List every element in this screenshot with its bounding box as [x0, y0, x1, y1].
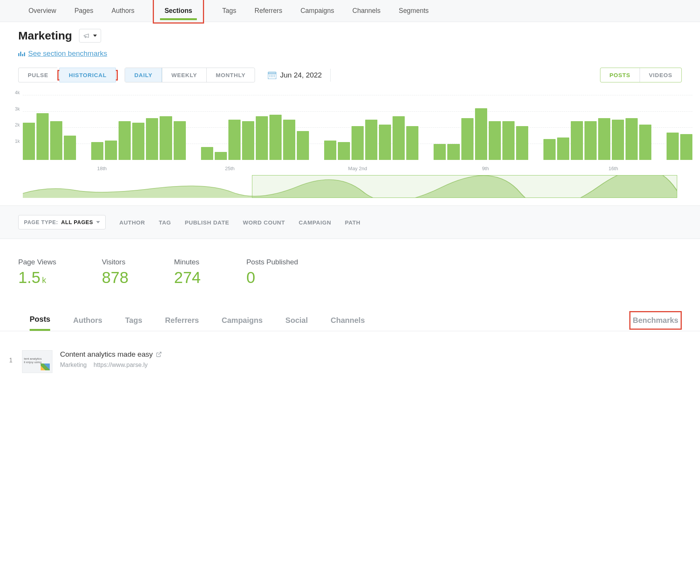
bar[interactable] [352, 126, 364, 160]
external-link-icon[interactable] [156, 351, 162, 357]
svg-rect-4 [268, 72, 276, 79]
filter-author[interactable]: AUTHOR [119, 219, 145, 226]
tab-social[interactable]: Social [285, 311, 308, 330]
bar[interactable] [36, 113, 49, 160]
bar[interactable] [393, 116, 405, 160]
nav-sections[interactable]: Sections [165, 1, 192, 21]
calendar-icon [268, 71, 276, 79]
bar[interactable] [105, 141, 117, 160]
bar[interactable] [639, 125, 651, 160]
nav-tags[interactable]: Tags [222, 1, 236, 21]
filter-campaign[interactable]: CAMPAIGN [299, 219, 331, 226]
bar[interactable] [379, 125, 391, 160]
bar-chart[interactable]: 4k 3k 2k 1k 18th 25th May 2nd 9th 16th [8, 95, 692, 171]
bar[interactable] [680, 134, 692, 160]
section-dropdown[interactable] [79, 29, 101, 43]
bar[interactable] [571, 121, 583, 160]
bar[interactable] [297, 131, 309, 160]
bar[interactable] [475, 108, 487, 160]
range-selector[interactable] [23, 175, 677, 198]
bar[interactable] [50, 121, 62, 160]
historical-button[interactable]: HISTORICAL [59, 68, 116, 82]
pulse-button[interactable]: PULSE [19, 68, 57, 82]
bar[interactable] [365, 120, 377, 160]
bar[interactable] [598, 118, 610, 160]
post-url[interactable]: https://www.parse.ly [93, 362, 147, 368]
page-type-label: PAGE TYPE: [24, 219, 58, 225]
bar[interactable] [461, 118, 474, 160]
videos-toggle[interactable]: VIDEOS [640, 68, 681, 82]
post-section[interactable]: Marketing [60, 362, 87, 368]
bar[interactable] [119, 121, 131, 160]
bar[interactable] [667, 133, 679, 160]
bar[interactable] [447, 144, 459, 160]
filter-publish-date[interactable]: PUBLISH DATE [185, 219, 229, 226]
post-row[interactable]: 1 Content analytics made easy Marketing … [0, 331, 700, 377]
daily-button[interactable]: DAILY [125, 68, 162, 82]
svg-point-11 [271, 76, 272, 77]
nav-referrers[interactable]: Referrers [255, 1, 282, 21]
tab-benchmarks-highlight: Benchmarks [629, 311, 682, 330]
bar[interactable] [269, 115, 282, 160]
bar[interactable] [283, 120, 295, 160]
nav-campaigns[interactable]: Campaigns [301, 1, 334, 21]
bar[interactable] [215, 152, 227, 160]
bar[interactable] [132, 123, 144, 160]
svg-point-7 [271, 75, 272, 76]
range-selection[interactable] [252, 175, 677, 198]
bar[interactable] [324, 141, 336, 160]
bar[interactable] [174, 121, 186, 160]
nav-authors[interactable]: Authors [112, 1, 135, 21]
page-title: Marketing [18, 29, 72, 42]
post-thumbnail[interactable] [22, 350, 52, 373]
bar[interactable] [543, 139, 556, 160]
bar[interactable] [338, 142, 350, 160]
bar[interactable] [489, 121, 501, 160]
megaphone-icon [83, 33, 89, 39]
posts-toggle[interactable]: POSTS [600, 68, 640, 82]
page-type-dropdown[interactable]: PAGE TYPE: ALL PAGES [18, 215, 106, 229]
bar[interactable] [516, 126, 528, 160]
bar[interactable] [91, 142, 103, 160]
weekly-button[interactable]: WEEKLY [162, 68, 206, 82]
tab-campaigns[interactable]: Campaigns [222, 311, 263, 330]
bar[interactable] [201, 147, 213, 160]
tab-authors[interactable]: Authors [73, 311, 102, 330]
tab-referrers[interactable]: Referrers [165, 311, 199, 330]
tab-tags[interactable]: Tags [125, 311, 142, 330]
section-benchmarks-link[interactable]: See section benchmarks [28, 49, 107, 58]
bar[interactable] [584, 121, 597, 160]
filter-tag[interactable]: TAG [159, 219, 171, 226]
tab-channels[interactable]: Channels [331, 311, 365, 330]
bar[interactable] [557, 138, 569, 160]
bar[interactable] [146, 118, 158, 160]
bar[interactable] [242, 121, 254, 160]
svg-rect-3 [24, 52, 25, 56]
nav-channels[interactable]: Channels [352, 1, 380, 21]
date-picker[interactable]: Jun 24, 2022 [268, 71, 322, 79]
nav-pages[interactable]: Pages [74, 1, 93, 21]
bar[interactable] [626, 118, 638, 160]
post-title[interactable]: Content analytics made easy [60, 350, 162, 359]
svg-rect-2 [22, 54, 23, 56]
filter-path[interactable]: PATH [345, 219, 360, 226]
bar[interactable] [502, 121, 515, 160]
nav-sections-highlight: Sections [153, 0, 204, 24]
top-nav: Overview Pages Authors Sections Tags Ref… [0, 0, 700, 22]
nav-segments[interactable]: Segments [399, 1, 429, 21]
bar[interactable] [406, 126, 418, 160]
bar[interactable] [64, 136, 76, 160]
bar[interactable] [434, 144, 446, 160]
caret-down-icon [93, 34, 97, 38]
bar[interactable] [228, 120, 241, 160]
bar[interactable] [160, 116, 172, 160]
svg-line-14 [158, 352, 161, 355]
bar[interactable] [612, 120, 624, 160]
bar[interactable] [23, 123, 35, 160]
monthly-button[interactable]: MONTHLY [206, 68, 255, 82]
filter-word-count[interactable]: WORD COUNT [243, 219, 285, 226]
nav-overview[interactable]: Overview [29, 1, 56, 21]
tab-benchmarks[interactable]: Benchmarks [633, 316, 678, 324]
bar[interactable] [256, 116, 268, 160]
tab-posts[interactable]: Posts [30, 310, 50, 331]
